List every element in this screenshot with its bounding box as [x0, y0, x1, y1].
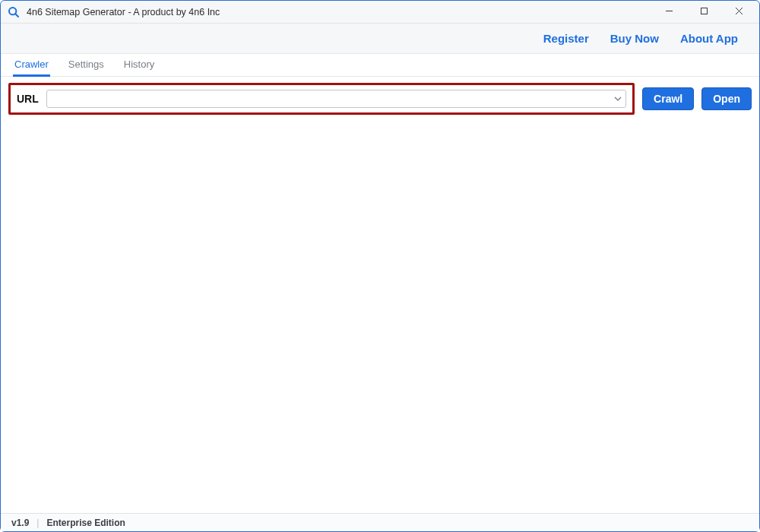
edition-label: Enterprise Edition [46, 518, 125, 528]
version-label: v1.9 [11, 518, 29, 528]
open-button[interactable]: Open [701, 87, 752, 110]
url-input[interactable] [46, 90, 626, 108]
maximize-button[interactable] [686, 1, 721, 24]
buy-now-link[interactable]: Buy Now [610, 32, 659, 45]
window-title: 4n6 Sitemap Generator - A product by 4n6… [27, 7, 220, 17]
url-input-wrap [46, 90, 626, 108]
tab-settings[interactable]: Settings [67, 54, 106, 77]
crawl-button[interactable]: Crawl [642, 87, 694, 110]
close-button[interactable] [721, 1, 756, 24]
minimize-icon [665, 6, 673, 17]
url-label: URL [17, 93, 39, 105]
svg-line-1 [15, 14, 18, 17]
tab-history[interactable]: History [122, 54, 156, 77]
app-window: 4n6 Sitemap Generator - A product by 4n6… [0, 0, 760, 532]
header-link-bar: Register Buy Now About App [1, 24, 759, 54]
title-bar: 4n6 Sitemap Generator - A product by 4n6… [1, 1, 759, 24]
register-link[interactable]: Register [543, 32, 589, 45]
svg-rect-3 [701, 8, 707, 14]
tab-crawler[interactable]: Crawler [13, 54, 50, 77]
status-bar: v1.9 | Enterprise Edition [1, 513, 759, 531]
url-highlight-box: URL [8, 83, 635, 115]
tab-bar: Crawler Settings History [1, 54, 759, 77]
about-app-link[interactable]: About App [680, 32, 738, 45]
status-divider: | [36, 518, 39, 528]
minimize-button[interactable] [651, 1, 686, 24]
search-icon [7, 5, 21, 19]
content-area [1, 121, 759, 513]
url-row: URL Crawl Open [1, 77, 759, 121]
maximize-icon [700, 6, 708, 17]
close-icon [735, 6, 743, 17]
